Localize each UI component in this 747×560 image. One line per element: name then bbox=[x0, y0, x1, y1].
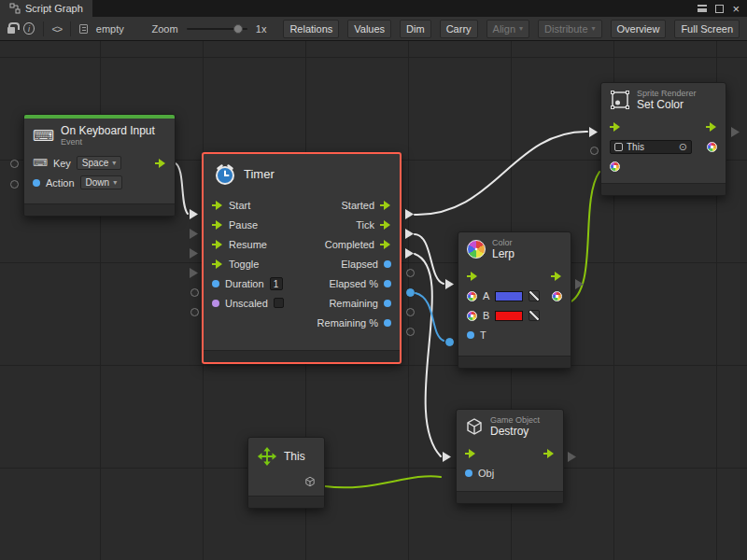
timer-completed-port[interactable] bbox=[405, 248, 414, 259]
started-out-port[interactable] bbox=[380, 201, 391, 210]
keyboard-icon: ⌨ bbox=[33, 129, 54, 144]
lerp-flow-in-port[interactable] bbox=[445, 279, 454, 289]
info-icon[interactable]: i bbox=[23, 22, 34, 35]
setcolor-flow-out-port[interactable] bbox=[731, 127, 740, 137]
b-color-swatch[interactable] bbox=[495, 311, 523, 321]
lock-icon[interactable] bbox=[7, 27, 15, 34]
destroy-control-row bbox=[457, 444, 563, 464]
timer-tick-port[interactable] bbox=[405, 229, 414, 239]
lerp-result-out-port[interactable] bbox=[552, 291, 562, 301]
menu-icon[interactable] bbox=[698, 5, 707, 12]
trigger-out-port[interactable] bbox=[155, 159, 166, 168]
timer-unscaled-port[interactable] bbox=[190, 308, 199, 316]
sprite-renderer-icon bbox=[610, 90, 630, 110]
distribute-button[interactable]: Distribute ▾ bbox=[538, 20, 601, 38]
close-icon[interactable]: × bbox=[732, 3, 740, 15]
keyboard-key-port[interactable] bbox=[10, 160, 19, 168]
keycode-icon: ⌨ bbox=[33, 158, 48, 168]
tab-script-graph[interactable]: Script Graph bbox=[0, 0, 92, 17]
setcolor-in-port[interactable] bbox=[610, 122, 621, 132]
zoom-slider[interactable] bbox=[187, 28, 247, 30]
destroy-in-port[interactable] bbox=[465, 449, 476, 458]
pause-in-port[interactable] bbox=[212, 220, 223, 230]
completed-out-port[interactable] bbox=[380, 240, 391, 249]
a-color-swatch[interactable] bbox=[495, 291, 523, 301]
setcolor-out-port[interactable] bbox=[706, 122, 717, 132]
graph-canvas[interactable]: ⌨ On Keyboard Input Event ⌨ Key Space ▾ … bbox=[0, 41, 747, 560]
lerp-flow-out-port[interactable] bbox=[575, 279, 584, 289]
action-dropdown[interactable]: Down ▾ bbox=[80, 175, 123, 189]
color-out-port[interactable] bbox=[707, 142, 717, 152]
eyedropper-icon[interactable] bbox=[529, 310, 540, 321]
start-in-port[interactable] bbox=[212, 201, 223, 210]
toggle-in-port[interactable] bbox=[212, 259, 223, 269]
chevron-down-icon: ▾ bbox=[112, 159, 116, 167]
duration-in-port[interactable] bbox=[212, 280, 219, 287]
unscaled-in-port[interactable] bbox=[212, 300, 219, 307]
overview-button[interactable]: Overview bbox=[611, 20, 667, 38]
color-port-icon[interactable] bbox=[467, 311, 477, 321]
node-this[interactable]: This bbox=[247, 437, 325, 509]
destroy-flow-out-port[interactable] bbox=[568, 452, 576, 462]
carry-button[interactable]: Carry bbox=[440, 20, 478, 38]
renderer-icon bbox=[614, 143, 623, 151]
timer-elapsed-pct-port[interactable] bbox=[406, 288, 415, 297]
code-view-icon[interactable]: <> bbox=[51, 23, 62, 35]
this-out-port[interactable] bbox=[304, 476, 316, 487]
t-in-port[interactable] bbox=[467, 331, 474, 339]
color-in-port[interactable] bbox=[610, 161, 620, 172]
remaining-pct-out-port[interactable] bbox=[384, 319, 391, 327]
unscaled-checkbox[interactable] bbox=[274, 298, 284, 308]
object-picker-icon[interactable]: ⊙ bbox=[679, 142, 687, 152]
timer-started-port[interactable] bbox=[405, 209, 414, 219]
lerp-t-port[interactable] bbox=[445, 338, 454, 346]
timer-remaining-port[interactable] bbox=[406, 308, 415, 316]
chevron-down-icon: ▾ bbox=[519, 24, 523, 33]
zoom-label: Zoom bbox=[151, 23, 177, 35]
tick-out-port[interactable] bbox=[380, 220, 391, 230]
setcolor-target-port[interactable] bbox=[590, 147, 599, 155]
node-set-color[interactable]: Sprite Renderer Set Color This ⊙ bbox=[600, 82, 726, 196]
timer-duration-port[interactable] bbox=[190, 288, 199, 297]
timer-row-2: Pause Tick bbox=[204, 215, 400, 234]
values-button[interactable]: Values bbox=[347, 20, 391, 38]
elapsed-out-port[interactable] bbox=[384, 260, 391, 268]
destroy-out-port[interactable] bbox=[543, 449, 555, 458]
chevron-down-icon: ▾ bbox=[113, 178, 117, 187]
node-color-lerp[interactable]: Color Lerp A B T bbox=[458, 231, 571, 369]
eyedropper-icon[interactable] bbox=[529, 290, 540, 301]
timer-resume-port[interactable] bbox=[190, 248, 198, 259]
maximize-icon[interactable] bbox=[715, 5, 724, 13]
target-object-field[interactable]: This ⊙ bbox=[610, 140, 692, 154]
node-footer bbox=[24, 203, 175, 216]
timer-remaining-pct-port[interactable] bbox=[406, 328, 415, 336]
timer-elapsed-port[interactable] bbox=[406, 269, 415, 277]
fullscreen-button[interactable]: Full Screen bbox=[674, 20, 740, 38]
zoom-slider-handle[interactable] bbox=[233, 24, 243, 34]
relations-button[interactable]: Relations bbox=[283, 20, 339, 38]
destroy-flow-in-port[interactable] bbox=[443, 452, 451, 462]
node-timer[interactable]: Timer Start Started Pause Tick Resume Co… bbox=[202, 152, 402, 364]
timer-pause-port[interactable] bbox=[190, 229, 198, 239]
remaining-out-port[interactable] bbox=[384, 300, 391, 307]
key-dropdown[interactable]: Space ▾ bbox=[77, 156, 121, 170]
node-header: This bbox=[248, 438, 324, 472]
obj-in-port[interactable] bbox=[465, 469, 472, 477]
color-port-icon[interactable] bbox=[467, 291, 477, 301]
keyboard-action-port[interactable] bbox=[10, 180, 19, 189]
node-destroy[interactable]: Game Object Destroy Obj bbox=[456, 409, 564, 504]
timer-start-port[interactable] bbox=[190, 209, 198, 219]
lerp-out-port[interactable] bbox=[551, 272, 562, 281]
lerp-b-row: B bbox=[458, 306, 571, 326]
node-on-keyboard-input[interactable]: ⌨ On Keyboard Input Event ⌨ Key Space ▾ … bbox=[23, 114, 176, 217]
resume-in-port[interactable] bbox=[212, 240, 223, 249]
elapsed-pct-out-port[interactable] bbox=[384, 280, 391, 287]
setcolor-flow-in-port[interactable] bbox=[589, 127, 598, 137]
script-graph-icon bbox=[9, 3, 21, 14]
duration-input[interactable]: 1 bbox=[270, 277, 283, 290]
align-button[interactable]: Align ▾ bbox=[486, 20, 529, 38]
dim-button[interactable]: Dim bbox=[400, 20, 431, 38]
timer-toggle-port[interactable] bbox=[190, 268, 198, 278]
lerp-in-port[interactable] bbox=[467, 272, 478, 281]
remaining-label: Remaining bbox=[329, 298, 378, 309]
